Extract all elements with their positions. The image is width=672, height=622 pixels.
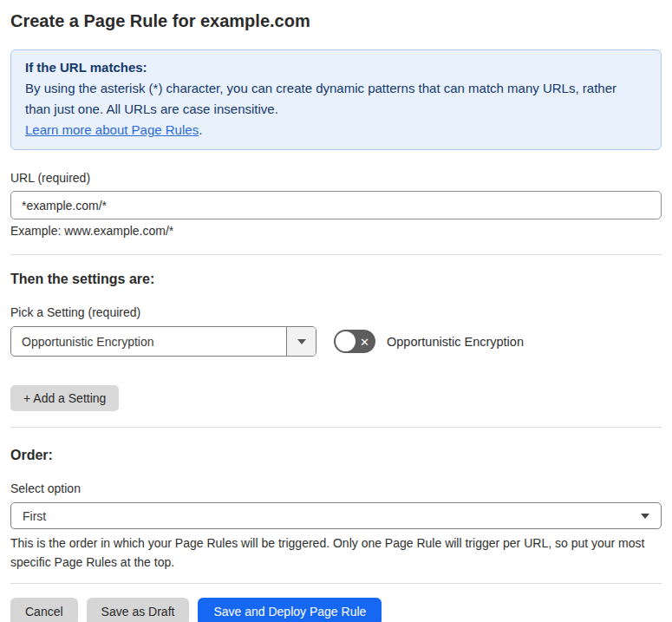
footer-actions: Cancel Save as Draft Save and Deploy Pag… <box>10 598 662 622</box>
chevron-down-icon <box>297 339 306 344</box>
page-title: Create a Page Rule for example.com <box>10 9 662 33</box>
url-input[interactable] <box>10 191 662 219</box>
setting-row: Opportunistic Encryption ✕ Opportunistic… <box>10 326 662 357</box>
url-matches-info-box: If the URL matches: By using the asteris… <box>10 49 662 150</box>
opportunistic-encryption-toggle[interactable]: ✕ <box>334 330 375 353</box>
chevron-down-icon <box>641 514 649 519</box>
cancel-button[interactable]: Cancel <box>10 598 78 622</box>
order-select[interactable]: First <box>10 502 662 529</box>
toggle-knob <box>336 331 356 351</box>
order-helper-text: This is the order in which your Page Rul… <box>10 534 652 572</box>
setting-dropdown-arrow-button[interactable] <box>286 327 316 356</box>
setting-dropdown-value: Opportunistic Encryption <box>11 327 286 356</box>
info-box-body: By using the asterisk (*) character, you… <box>25 78 632 120</box>
order-section-heading: Order: <box>10 447 662 463</box>
url-field-helper: Example: www.example.com/* <box>10 224 662 239</box>
divider <box>10 254 662 255</box>
info-box-heading: If the URL matches: <box>25 57 647 78</box>
learn-more-link[interactable]: Learn more about Page Rules <box>25 122 199 137</box>
pick-setting-label: Pick a Setting (required) <box>10 305 662 320</box>
order-select-value: First <box>23 509 46 523</box>
add-setting-button[interactable]: + Add a Setting <box>10 385 119 411</box>
setting-dropdown[interactable]: Opportunistic Encryption <box>10 326 316 357</box>
toggle-label: Opportunistic Encryption <box>387 335 524 349</box>
create-page-rule-form: Create a Page Rule for example.com If th… <box>0 0 672 622</box>
info-box-link-line: Learn more about Page Rules. <box>25 120 647 141</box>
order-select-label: Select option <box>10 481 662 496</box>
divider <box>10 427 662 428</box>
settings-section-heading: Then the settings are: <box>10 271 662 287</box>
link-suffix: . <box>199 122 202 137</box>
divider <box>10 583 662 584</box>
save-as-draft-button[interactable]: Save as Draft <box>87 598 190 622</box>
toggle-off-x-icon: ✕ <box>360 336 369 347</box>
url-field-label: URL (required) <box>10 171 662 186</box>
save-and-deploy-button[interactable]: Save and Deploy Page Rule <box>198 598 382 622</box>
